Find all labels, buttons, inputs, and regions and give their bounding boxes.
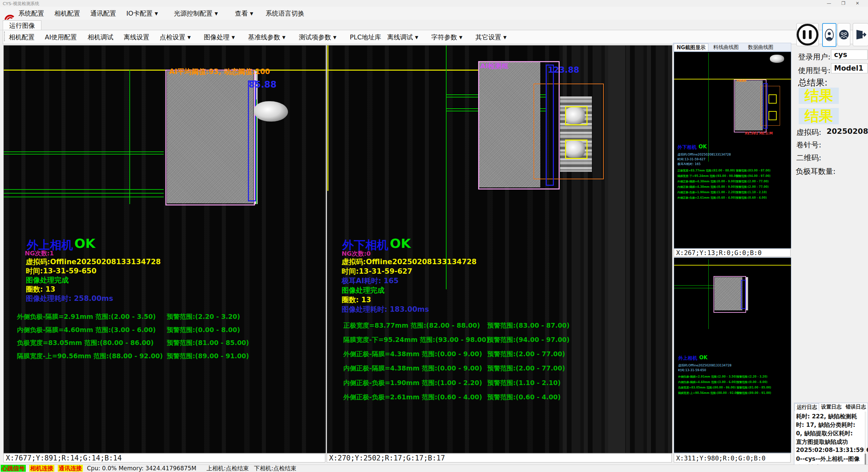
model-field[interactable]: Model1 bbox=[831, 63, 868, 73]
tab-data-curve[interactable]: 数据曲线图 bbox=[744, 43, 777, 51]
menu-comm-config[interactable]: 通讯配置 bbox=[90, 9, 116, 18]
preview2-strip bbox=[746, 277, 748, 310]
preview2-vline bbox=[708, 259, 709, 329]
menu-system-config[interactable]: 系统配置 bbox=[18, 9, 44, 18]
preview1-ok: OK bbox=[699, 144, 707, 150]
tab-ng-screenshot[interactable]: NG截图显示 bbox=[674, 43, 708, 51]
left-warn-row: 预警范围:(81.00 - 85.00) bbox=[167, 339, 249, 347]
preview2-mini-row: 预警范围:(2.20 - 3.20) bbox=[737, 375, 767, 379]
right-camera-view[interactable]: AI检测框 123.88 外下相机 OK NG次数:0 虚拟码:Offline2… bbox=[327, 45, 672, 453]
left-pixel-coords: X:7677;Y:891;R:14;G:14;B:14 bbox=[3, 453, 325, 462]
left-width-value: 85.88 bbox=[249, 79, 276, 90]
preview2-title: 外上相机 bbox=[678, 355, 697, 361]
preview2-mini-line: 时间:13-31-59-650 bbox=[678, 368, 706, 373]
preview2-mini-row: 预警范围:(81.00 - 85.00) bbox=[737, 386, 771, 389]
maximize-icon[interactable]: ❐ bbox=[838, 0, 848, 6]
preview2-mini-row: 负极宽度=83.05mm 范围:(80.00 - 86.00) bbox=[678, 386, 736, 389]
tab-run-log[interactable]: 运行日志 bbox=[795, 403, 819, 411]
right-guide-vline bbox=[446, 46, 447, 289]
preview1-mini-row: 内侧正极-隔膜=4.38mm 范围:(0.00 - 9.00) bbox=[677, 185, 736, 189]
left-measure-row: 外侧负极-隔膜=2.91mm 范围:(2.00 - 3.50) bbox=[17, 312, 156, 321]
left-measure-row: 负极宽度=83.05mm 范围:(80.00 - 86.00) bbox=[17, 339, 154, 347]
tab-setting-log[interactable]: 设置日志 bbox=[820, 403, 843, 411]
left-baseline-yellow bbox=[4, 70, 326, 71]
left-guide-hline-4 bbox=[4, 193, 164, 194]
preview1-blob bbox=[770, 55, 784, 63]
tool-baseline-params[interactable]: 基准线参数 ▾ bbox=[248, 33, 286, 42]
left-vcode: 虚拟码:Offline20250208133134728 bbox=[26, 257, 161, 267]
login-user-field[interactable]: cys bbox=[831, 50, 868, 60]
tab-line-curve[interactable]: 料线曲线图 bbox=[710, 43, 742, 51]
left-done: 图像处理完成 bbox=[26, 275, 69, 285]
right-measure-row: 外侧正极-负极=2.61mm 范围:(0.60 - 4.00) bbox=[343, 393, 482, 402]
user-group-button[interactable] bbox=[837, 23, 850, 46]
preview1-mini-row: 隔膜宽度-下=95.24mm 范围:(93.00 - 98.00) bbox=[677, 174, 739, 178]
right-measure-box-blue bbox=[546, 65, 554, 186]
heartbeat-badge: 心跳信号 bbox=[1, 465, 26, 472]
tool-camera-config[interactable]: 相机配置 bbox=[9, 33, 35, 42]
right-warn-row: 预警范围:(2.00 - 77.00) bbox=[487, 364, 565, 373]
login-user-label: 登录用户: bbox=[798, 52, 830, 62]
tool-offline-setting[interactable]: 离线设置 bbox=[124, 33, 149, 42]
preview1-mini-line: 极耳AI耗时: 165 bbox=[677, 162, 701, 166]
pause-button[interactable] bbox=[796, 23, 819, 46]
menu-view[interactable]: 查看 ▾ bbox=[235, 9, 253, 18]
exit-door-icon bbox=[854, 29, 867, 41]
left-measure-row: 内侧负极-隔膜=4.60mm 范围:(3.00 - 6.00) bbox=[17, 326, 156, 334]
pause-icon bbox=[797, 24, 818, 46]
right-measure-row: 内侧正极-隔膜=4.38mm 范围:(0.00 - 9.00) bbox=[343, 364, 482, 373]
tool-test-params[interactable]: 测试项参数 ▾ bbox=[299, 33, 337, 42]
toolbar-grip[interactable] bbox=[4, 32, 6, 41]
right-width-value: 123.88 bbox=[548, 65, 579, 75]
result-badge-2: 结果 bbox=[799, 108, 839, 124]
preview2-hline-2 bbox=[674, 288, 715, 288]
preview1-mini-row: 预警范围:(1.10 - 2.10) bbox=[736, 190, 767, 194]
user-login-button[interactable] bbox=[822, 23, 836, 47]
right-measure-row: 外侧正极-隔膜=4.38mm 范围:(0.00 - 9.00) bbox=[343, 350, 482, 359]
ng-preview-top[interactable]: AI检测框 XE:581 AE:1:M 外下相机 OK 虚拟码:Offline2… bbox=[674, 52, 791, 249]
tool-spotcheck[interactable]: 点检设置 ▾ bbox=[160, 33, 191, 42]
model-label: 使用型号: bbox=[798, 66, 830, 76]
right-warn-row: 预警范围:(94.00 - 97.00) bbox=[487, 335, 569, 344]
preview1-mini-row: 预警范围:(2.00 - 77.00) bbox=[736, 185, 768, 189]
left-elapsed: 图像处理耗时: 258.00ms bbox=[26, 294, 113, 303]
right-measure-row: 正极宽度=83.77mm 范围:(82.00 - 88.00) bbox=[343, 321, 480, 330]
left-measure-row: 隔膜宽度-上=90.56mm 范围:(88.00 - 92.00) bbox=[17, 352, 163, 361]
tool-ai-config[interactable]: AI使用配置 bbox=[45, 33, 77, 42]
preview2-mini-row: 外侧负极-隔膜=2.91mm 范围:(2.00 - 3.50) bbox=[678, 375, 737, 379]
right-camera-ok: OK bbox=[390, 236, 411, 251]
right-measure-row: 内侧正极-负极=1.90mm 范围:(1.00 - 2.20) bbox=[343, 379, 482, 387]
tool-image-process[interactable]: 图像处理 ▾ bbox=[204, 33, 235, 42]
window-title: CYS-视觉检测系统 bbox=[3, 1, 39, 7]
view-tab-strip bbox=[0, 20, 868, 30]
menu-language-switch[interactable]: 系统语言切换 bbox=[266, 9, 304, 18]
left-time: 时间:13-31-59-650 bbox=[26, 266, 96, 276]
minimize-icon[interactable]: — bbox=[824, 0, 834, 6]
menu-light-config[interactable]: 光源控制配置 ▾ bbox=[174, 9, 218, 18]
tool-other-settings[interactable]: 其它设置 ▾ bbox=[475, 33, 507, 42]
tab-run-image[interactable]: 运行图像 bbox=[3, 20, 41, 30]
right-tab-box-yellow-1 bbox=[565, 106, 587, 125]
preview1-mini-row: 预警范围:(0.60 - 4.00) bbox=[736, 196, 767, 200]
preview2-baseline bbox=[674, 265, 791, 266]
left-warn-row: 预警范围:(0.00 - 8.00) bbox=[167, 326, 240, 334]
menu-camera-config[interactable]: 相机配置 bbox=[54, 9, 80, 18]
close-icon[interactable]: ✕ bbox=[852, 0, 863, 6]
left-loops: 圈数: 13 bbox=[26, 285, 55, 294]
ng-preview-bottom[interactable]: 外上相机 OK 虚拟码:Offline20250208133134728 时间:… bbox=[674, 257, 791, 453]
tool-plc-address[interactable]: PLC地址库 bbox=[350, 33, 381, 42]
menu-iocard-config[interactable]: IO卡配置 ▾ bbox=[126, 9, 158, 18]
tool-offline-debug[interactable]: 离线调试 ▾ bbox=[387, 33, 418, 42]
tool-camera-debug[interactable]: 相机调试 bbox=[88, 33, 113, 42]
left-camera-view[interactable]: AI平均阈值:93, 动态阈值:100 85.88 外上相机 OK NG次数:1… bbox=[3, 45, 326, 453]
preview2-hline-1 bbox=[674, 285, 715, 286]
tool-char-params[interactable]: 字符参数 ▾ bbox=[431, 33, 463, 42]
preview1-mini-row: 内侧正极-负极=1.90mm 范围:(1.00 - 2.20) bbox=[677, 190, 736, 194]
bottom-camera-status: 下相机:点检结束 bbox=[254, 465, 296, 472]
preview1-mini-row: 预警范围:(94.00 - 97.00) bbox=[736, 174, 771, 178]
tab-error-log[interactable]: 错误日志 bbox=[844, 403, 867, 411]
exit-button[interactable] bbox=[853, 23, 868, 46]
right-loops: 圈数: 13 bbox=[342, 295, 371, 305]
preview1-title: 外下相机 bbox=[677, 144, 697, 150]
preview2-pixel-coords: X:311;Y:980;R:0;G:0;B:0 bbox=[674, 453, 791, 462]
